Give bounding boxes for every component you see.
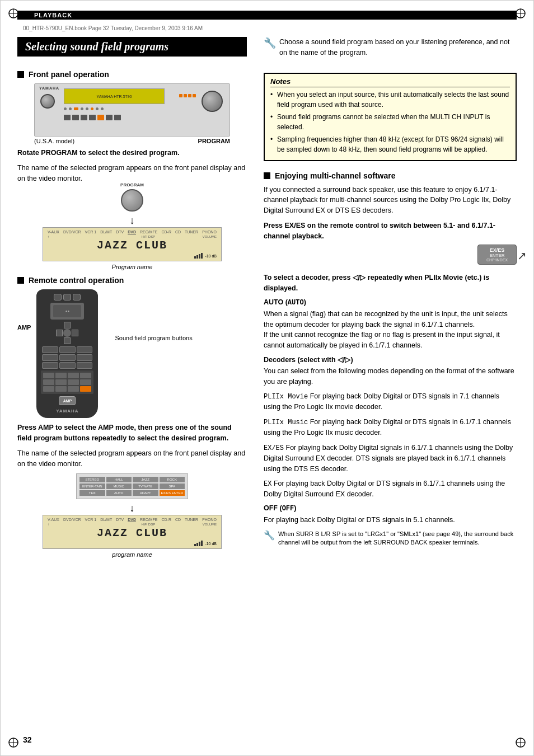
remote-grid-btn-9[interactable] xyxy=(77,362,93,369)
remote-btn-2[interactable] xyxy=(63,294,71,300)
amp-label-text: AMP xyxy=(17,324,31,331)
sf-btn-6[interactable] xyxy=(55,379,67,385)
program-knob-top-label: PROGRAM xyxy=(120,182,144,187)
remote-btn-1[interactable] xyxy=(54,294,62,300)
amp-label-wrapper: AMP xyxy=(17,289,31,331)
remote-dpad-center[interactable] xyxy=(63,329,71,337)
dot-5 xyxy=(86,107,88,110)
remote-grid-btn-6[interactable] xyxy=(77,354,93,361)
rl-11: ADAPT xyxy=(133,490,158,496)
remote-row-3: THX AUTO ADAPT EX/ES ENTER xyxy=(79,490,185,496)
remote-grid-btn-4[interactable] xyxy=(42,354,58,361)
bar2-2 xyxy=(196,543,198,546)
remote-grid-btn-2[interactable] xyxy=(59,346,76,353)
notes-item-1: When you select an input source, this un… xyxy=(270,90,510,110)
wrench-icon-2: 🔧 xyxy=(264,530,275,541)
decoder-desc-4: For playing back Dolby Digital or DTS si… xyxy=(264,480,505,498)
disp-hdr-9: CD xyxy=(175,230,181,234)
dot-6 xyxy=(91,107,93,110)
sf-buttons-row2 xyxy=(43,379,91,385)
exes-button-wrapper: EX/ES ENTER CHP/INDEX ↗ xyxy=(477,245,517,265)
exes-button-img: EX/ES ENTER CHP/INDEX xyxy=(477,245,517,265)
decoder-item-2: PLIIx Music For playing back Dolby Digit… xyxy=(264,417,517,438)
disp-hdr-11: PHONO xyxy=(202,230,217,234)
wrench-note-area: 🔧 Choose a sound field program based on … xyxy=(264,37,517,63)
remote-grid-btn-8[interactable] xyxy=(59,362,76,369)
sf-btn-8[interactable] xyxy=(80,379,91,385)
right-buttons-cluster xyxy=(179,94,196,97)
section-remote-heading: Remote control operation xyxy=(17,276,247,285)
disp2-hdr-9: CD xyxy=(175,518,181,522)
volume-indicator: -10 dB xyxy=(205,254,217,258)
disp2-hdr-5: DTV xyxy=(116,518,124,522)
display-text-jazz-club: JAZZ CLUB xyxy=(48,239,217,252)
receiver-display: YAMAHA HTR-5790 xyxy=(64,88,165,104)
rb-3 xyxy=(188,94,191,97)
remote-top-row xyxy=(40,294,95,300)
remote-dpad-up[interactable] xyxy=(64,322,71,328)
display2-bottom-row: -10 dB xyxy=(48,541,217,546)
remote-btn-3[interactable] xyxy=(73,294,81,300)
disp-hdr-4: DL/MT xyxy=(100,230,112,234)
press-exes-instruction: Press EX/ES on the remote control to swi… xyxy=(264,220,517,242)
disp2-hdr-4: DL/MT xyxy=(100,518,112,522)
remote-dpad-down[interactable] xyxy=(64,337,71,344)
input-btn-5 xyxy=(97,115,104,120)
decoder-code-4: EX xyxy=(264,480,271,488)
display2-sub-row: ↑ HiFi DSP VOLUME xyxy=(48,523,217,526)
remote-grid-btn-5[interactable] xyxy=(59,354,76,361)
dot-8 xyxy=(101,107,104,110)
enjoying-bullet xyxy=(264,172,270,179)
sf-btn-7[interactable] xyxy=(68,379,79,385)
section-bullet xyxy=(17,71,24,78)
remote-grid-btn-7[interactable] xyxy=(42,362,58,369)
bar-3 xyxy=(199,254,200,259)
input-btn-1 xyxy=(64,115,71,120)
dot-1 xyxy=(64,107,67,110)
section-bullet-2 xyxy=(17,277,24,284)
sf-btn-12[interactable] xyxy=(80,386,91,392)
header-section-bar: PLAYBACK xyxy=(17,11,517,20)
decoder-item-3: EX/ES For playing back Dolby Digital sig… xyxy=(264,443,517,475)
bar2-3 xyxy=(199,542,200,546)
header-section-label: PLAYBACK xyxy=(34,12,72,18)
remote-dpad-right[interactable] xyxy=(72,330,78,336)
sf-btn-9[interactable] xyxy=(43,386,54,392)
sf-btn-4[interactable] xyxy=(80,373,91,378)
section-front-panel-heading: Front panel operation xyxy=(17,70,247,79)
main-content: Selecting sound field programs Front pan… xyxy=(1,37,533,562)
sf-btn-11[interactable] xyxy=(68,386,79,392)
rl-7: TV/NATE xyxy=(133,483,158,489)
amp-button[interactable]: AMP xyxy=(59,396,76,405)
input-buttons-row xyxy=(64,115,121,120)
rl-6: MUSIC xyxy=(106,483,132,489)
sf-buttons-row1 xyxy=(43,373,91,378)
decoder-desc-3: For playing back Dolby Digital signals i… xyxy=(264,444,513,473)
rl-1: STEREO xyxy=(79,477,105,482)
section-remote-label: Remote control operation xyxy=(29,276,124,285)
notes-box: Notes When you select an input source, t… xyxy=(264,73,517,161)
dot-controls-row xyxy=(64,107,104,110)
receiver-panel-img: YAMAHA YAMAHA HTR-5790 xyxy=(34,83,230,137)
sf-btn-10[interactable] xyxy=(55,386,67,392)
sf-btn-3[interactable] xyxy=(68,373,79,378)
remote-grid-btn-1[interactable] xyxy=(42,346,58,353)
chp-index-label: CHP/INDEX xyxy=(484,258,510,262)
remote-dpad-left[interactable] xyxy=(56,330,63,336)
input-btn-3 xyxy=(81,115,87,120)
wrench-note-2-area: 🔧 When SURR B L/R SP is set to "LRGx1" o… xyxy=(264,530,517,547)
device-labels: (U.S.A. model) PROGRAM xyxy=(34,137,230,144)
decoder-code-3: EX/ES xyxy=(264,444,284,452)
corner-mark-tl xyxy=(7,7,20,20)
remote-instruction-bold: Press AMP to select the AMP mode, then p… xyxy=(17,422,247,444)
disp2-hdr-1: V-AUX xyxy=(48,518,59,522)
disp-hdr-10: TUNER xyxy=(185,230,198,234)
sf-btn-2[interactable] xyxy=(55,373,67,378)
rl-8: SPA xyxy=(160,483,185,489)
remote-grid-btn-3[interactable] xyxy=(77,346,93,353)
remote-display-text: ●● xyxy=(65,309,69,313)
sound-field-buttons-area xyxy=(41,370,93,394)
sf-btn-1[interactable] xyxy=(43,373,54,378)
sf-btn-5[interactable] xyxy=(43,379,54,385)
bar2-1 xyxy=(194,544,196,546)
